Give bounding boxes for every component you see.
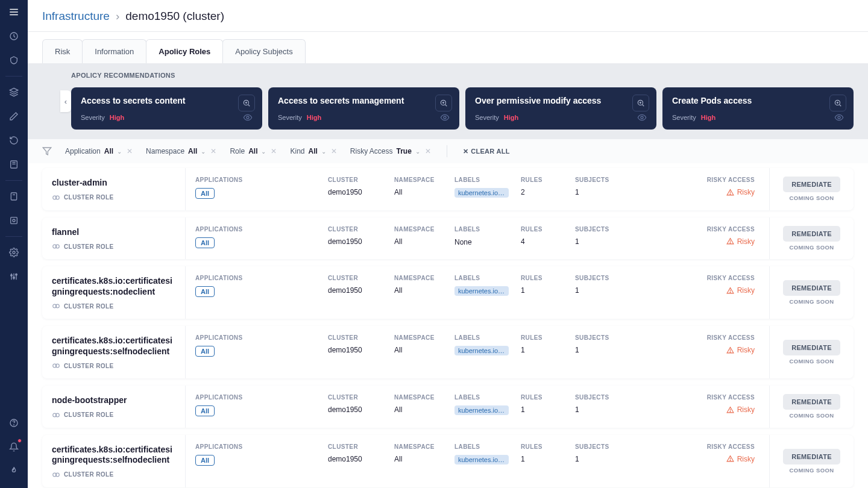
role-name-cell[interactable]: certificates.k8s.io:certificatesigningre… [42,435,186,487]
role-name-cell[interactable]: flannel CLUSTER ROLE [42,217,186,260]
role-action: REMEDIATE COMING SOON [769,435,854,487]
bell-icon[interactable] [0,435,28,459]
loop-icon[interactable] [0,128,28,152]
filter-namespace[interactable]: Namespace All ⌄ ✕ [146,147,216,155]
shield-icon[interactable] [0,48,28,72]
zoom-icon[interactable] [829,95,846,111]
zoom-icon[interactable] [238,95,255,111]
remediate-button[interactable]: REMEDIATE [783,177,840,192]
grid-icon[interactable] [0,208,28,233]
role-row: flannel CLUSTER ROLE APPLICATIONS All CL… [42,217,854,260]
remediate-button[interactable]: REMEDIATE [783,340,840,355]
zoom-icon[interactable] [632,95,649,111]
label-badge[interactable]: kubernetes.io/… [454,188,509,198]
eye-icon[interactable] [637,113,647,122]
role-row: certificates.k8s.io:certificatesigningre… [42,326,854,378]
clear-all-button[interactable]: ✕ CLEAR ALL [463,148,510,155]
rules-header: RULES [521,394,575,401]
namespace-value: All [394,346,454,354]
doc-icon[interactable] [0,184,28,208]
tab-apolicy-roles[interactable]: Apolicy Roles [146,39,223,63]
help-icon[interactable] [0,411,28,435]
eye-icon[interactable] [243,113,253,122]
label-badge[interactable]: kubernetes.io/… [454,455,509,465]
labels-header: LABELS [454,177,521,183]
risky-label: Risky [737,405,755,414]
role-action: REMEDIATE COMING SOON [769,168,854,210]
applications-all-badge[interactable]: All [195,455,215,466]
role-name-cell[interactable]: certificates.k8s.io:certificatesigningre… [42,326,186,378]
menu-icon[interactable] [0,0,28,24]
edit-icon[interactable] [0,104,28,128]
recommendation-card[interactable]: Create Pods access Severity High [662,87,854,130]
filter-application[interactable]: Application All ⌄ ✕ [65,147,133,155]
gear-icon[interactable] [0,240,28,264]
role-name-cell[interactable]: node-bootstrapper CLUSTER ROLE [42,386,186,428]
role-data: APPLICATIONS All CLUSTER demo1950 NAMESP… [186,386,769,428]
filter-role[interactable]: Role All ⌄ ✕ [230,147,277,155]
recommendation-card[interactable]: Access to secrets content Severity High [71,87,262,130]
eye-icon[interactable] [834,113,844,122]
recommendation-card[interactable]: Over permissive modify access Severity H… [465,87,656,130]
risky-label: Risky [737,286,755,295]
dashboard-icon[interactable] [0,24,28,48]
remediate-button[interactable]: REMEDIATE [783,280,840,296]
label-badge[interactable]: kubernetes.io/… [454,405,509,415]
subjects-value: 1 [575,405,635,414]
sidebar-divider [5,76,22,77]
roles-list: cluster-admin CLUSTER ROLE APPLICATIONS … [28,163,868,488]
collapse-icon[interactable]: ‹ [60,90,71,112]
namespace-value: All [394,188,454,196]
clear-all-label: CLEAR ALL [471,148,510,155]
tab-information[interactable]: Information [82,39,146,63]
sliders-icon[interactable] [0,264,28,289]
fire-icon[interactable] [0,459,28,483]
remediate-button[interactable]: REMEDIATE [783,394,840,410]
coming-soon-label: COMING SOON [789,412,834,419]
cluster-header: CLUSTER [328,334,394,341]
namespace-header: NAMESPACE [394,443,454,450]
clear-filter-icon[interactable]: ✕ [271,147,277,155]
applications-all-badge[interactable]: All [195,188,215,199]
svg-point-11 [13,219,15,222]
clear-filter-icon[interactable]: ✕ [331,147,337,155]
svg-point-57 [730,351,731,352]
role-name-cell[interactable]: cluster-admin CLUSTER ROLE [42,168,186,210]
book-icon[interactable] [0,152,28,177]
subjects-header: SUBJECTS [575,226,635,233]
applications-all-badge[interactable]: All [195,237,215,248]
eye-icon[interactable] [440,113,450,122]
filter-kind[interactable]: Kind All ⌄ ✕ [290,147,336,155]
zoom-icon[interactable] [435,95,452,111]
clear-filter-icon[interactable]: ✕ [127,147,133,155]
svg-rect-8 [11,193,16,200]
rules-header: RULES [521,334,575,341]
clear-filter-icon[interactable]: ✕ [210,147,216,155]
tab-risk[interactable]: Risk [42,39,83,63]
remediate-button[interactable]: REMEDIATE [783,449,840,465]
severity-label: Severity [475,114,499,121]
risky-badge: Risky [726,237,755,246]
remediate-button[interactable]: REMEDIATE [783,226,840,242]
role-row: node-bootstrapper CLUSTER ROLE APPLICATI… [42,386,854,428]
applications-all-badge[interactable]: All [195,286,215,297]
namespace-value: All [394,405,454,414]
label-badge[interactable]: kubernetes.io/… [454,286,509,296]
tab-apolicy-subjects[interactable]: Apolicy Subjects [222,39,305,63]
breadcrumb: Infrastructure › demo1950 (cluster) [28,0,868,32]
role-row: certificates.k8s.io:certificatesigningre… [42,266,854,319]
applications-all-badge[interactable]: All [195,405,215,416]
namespace-header: NAMESPACE [394,177,454,183]
applications-all-badge[interactable]: All [195,346,215,357]
layers-icon[interactable] [0,80,28,104]
filter-icon[interactable] [42,146,52,156]
filter-divider [447,145,447,157]
label-badge[interactable]: kubernetes.io/… [454,346,509,355]
recommendation-card[interactable]: Access to secrets management Severity Hi… [268,87,459,130]
filter-risky-access[interactable]: Risky Access True ⌄ ✕ [350,147,431,155]
recommendations-section: ‹ APOLICY RECOMMENDATIONS Access to secr… [28,63,868,139]
role-action: REMEDIATE COMING SOON [769,326,854,378]
clear-filter-icon[interactable]: ✕ [425,147,431,155]
breadcrumb-root[interactable]: Infrastructure [42,10,110,23]
role-name-cell[interactable]: certificates.k8s.io:certificatesigningre… [42,266,186,319]
